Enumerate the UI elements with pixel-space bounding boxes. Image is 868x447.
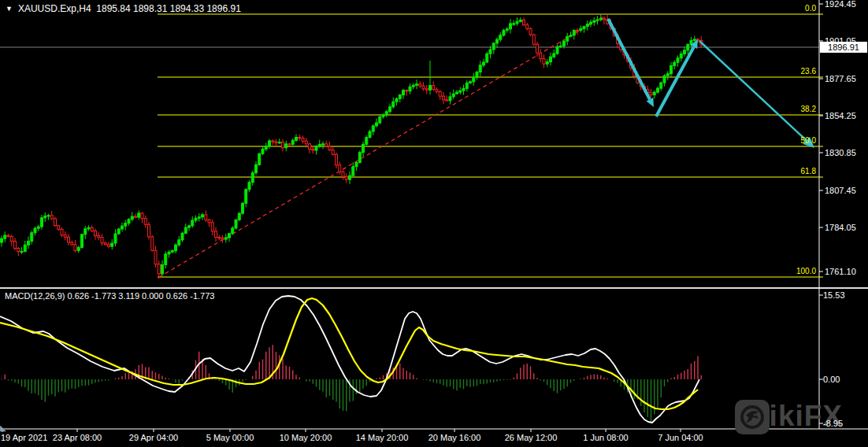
- panel-scroll-arrow-icon[interactable]: ◣: [0, 423, 6, 432]
- price-tick-label: 1877.65: [825, 73, 856, 84]
- fib-level-label: 61.8: [769, 167, 816, 176]
- price-tick-label: 1761.10: [825, 266, 856, 277]
- time-tick-label: 5 May 00:00: [198, 432, 262, 443]
- symbol-dropdown-icon: ▼: [6, 5, 13, 13]
- ohlc-values: 1895.84 1898.31 1894.33 1896.91: [96, 3, 241, 14]
- time-tick-label: 7 Jun 04:00: [649, 432, 712, 443]
- macd-main-line: [0, 296, 699, 423]
- macd-line: [0, 296, 699, 423]
- axes: [0, 0, 868, 432]
- time-tick-label: 14 May 20:00: [351, 432, 414, 443]
- macd-tick-label: 15.53: [823, 290, 845, 301]
- wikifx-logo-icon: [735, 400, 770, 434]
- time-tick-label: 23 Apr 08:00: [46, 432, 109, 443]
- time-tick-label: 1 Jun 08:00: [574, 432, 637, 443]
- time-tick-label: 29 Apr 04:00: [122, 432, 185, 443]
- macd-signal: [0, 298, 698, 409]
- price-tick-label: 1854.25: [825, 110, 856, 121]
- time-tick-label: 20 May 16:00: [423, 432, 486, 443]
- macd-tick-label: -8.95: [823, 418, 843, 429]
- macd-tick-label: 0.00: [823, 374, 840, 385]
- time-tick-label: 19 Apr 2021: [1, 432, 47, 443]
- fib-level-label: 38.2: [769, 105, 816, 114]
- fib-level-label: 100.0: [769, 267, 816, 276]
- macd-signal-line: [0, 298, 698, 409]
- fib-level-label: 50.0: [769, 136, 816, 146]
- price-tick-label: 1830.85: [825, 147, 856, 158]
- macd-indicator-label: MACD(12,26,9) 0.626 -1.773 3.119 0.000 0…: [5, 291, 214, 301]
- symbol-label: XAUUSD.Exp,H4: [18, 3, 91, 14]
- fib-level-label: 0.0: [769, 4, 816, 13]
- chart-title: ▼XAUUSD.Exp,H4 1895.84 1898.31 1894.33 1…: [6, 3, 241, 14]
- time-tick-label: 10 May 20:00: [274, 432, 337, 443]
- fib-level-label: 23.6: [769, 67, 816, 76]
- chart-canvas[interactable]: [0, 0, 868, 447]
- price-tick-label: 1784.05: [825, 222, 856, 233]
- price-tick-label: 1807.45: [825, 185, 856, 196]
- price-tick-label: 1924.45: [825, 0, 856, 9]
- current-price-box: 1896.91: [820, 42, 867, 53]
- chart-window: ▼XAUUSD.Exp,H4 1895.84 1898.31 1894.33 1…: [0, 0, 868, 447]
- time-tick-label: 26 May 12:00: [499, 432, 562, 443]
- projection-arrows: [608, 19, 814, 148]
